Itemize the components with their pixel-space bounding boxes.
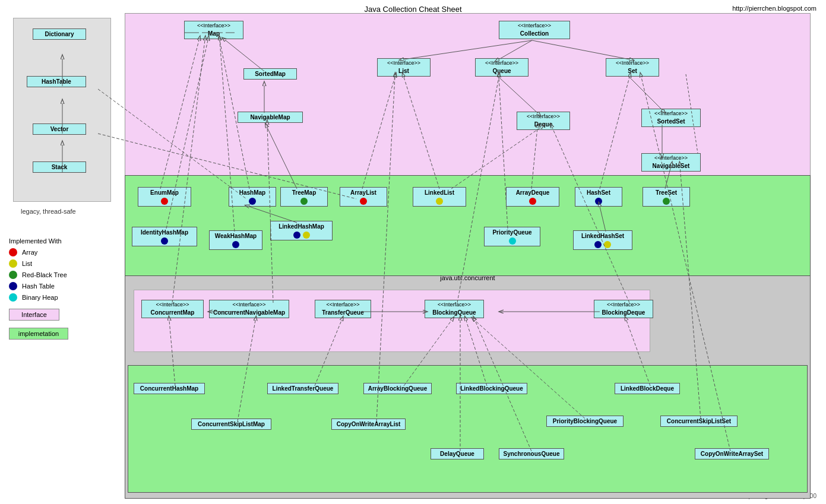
box-HashMap: HashMap (229, 187, 276, 207)
legend-interface-box: Interface (9, 309, 59, 321)
box-ConcurrentNavigableMap: <<Interface>> ConcurrentNavigableMap (209, 300, 289, 318)
box-SortedMap: SortedMap (243, 68, 297, 80)
box-TransferQueue: <<Interface>> TransferQueue (315, 300, 371, 318)
box-SortedSet: <<Interface>> SortedSet (641, 109, 701, 127)
page-url: http://pierrchen.blogspot.com (732, 5, 816, 12)
legacy-area (13, 18, 111, 202)
box-ConcurrentMap: <<Interface>> ConcurrentMap (141, 300, 204, 318)
box-HashSet: HashSet (575, 187, 622, 207)
legend-area: Implemented With Array List Red-Black Tr… (9, 237, 122, 343)
box-LinkedHashSet: LinkedHashSet (573, 230, 632, 250)
box-ArrayList: ArrayList (340, 187, 387, 207)
impl-area-top (125, 175, 811, 276)
legend-title: Implemented With (9, 237, 122, 245)
box-LinkedHashMap: LinkedHashMap (270, 221, 333, 240)
box-Collection: <<Interface>> Collection (499, 21, 570, 39)
box-LinkedBlockingQueue: LinkedBlockingQueue (456, 383, 527, 394)
box-Stack: Stack (33, 161, 86, 173)
box-LinkedBlockDeque: LinkedBlockDeque (615, 383, 680, 394)
legend-list: List (9, 259, 122, 268)
legend-list-label: List (22, 260, 32, 267)
box-LinkedTransferQueue: LinkedTransferQueue (267, 383, 338, 394)
box-BlockingDeque: <<Interface>> BlockingDeque (594, 300, 653, 318)
legend-bh-label: Binary Heap (22, 294, 58, 301)
legend-array-label: Array (22, 249, 37, 256)
box-TreeMap: TreeMap (280, 187, 328, 207)
box-ConcurrentHashMap: ConcurrentHashMap (134, 383, 205, 394)
legend-rbt-label: Red-Black Tree (22, 271, 67, 278)
box-Deque: <<Interface>> Deque (517, 112, 570, 130)
box-WeakHashMap: WeakHashMap (209, 230, 262, 250)
box-DelayQueue: DelayQueue (431, 448, 484, 459)
box-HashTable: HashTable (27, 76, 86, 87)
box-EnumMap: EnumMap (138, 187, 191, 207)
box-Map: <<Interface>> Map (184, 21, 243, 39)
box-Queue: <<Interface>> Queue (475, 58, 528, 77)
box-ConcurrentSkipListSet: ConcurrentSkipListSet (660, 416, 738, 427)
box-ConcurrentSkipListMap: ConcurrentSkipListMap (191, 419, 271, 430)
box-ArrayDeque: ArrayDeque (506, 187, 559, 207)
legend-ht: Hash Table (9, 282, 122, 290)
box-PriorityQueue: PriorityQueue (484, 227, 540, 246)
box-List: <<Interface>> List (377, 58, 431, 77)
box-IdentityHashMap: IdentityHashMap (132, 227, 197, 246)
box-LinkedList: LinkedList (413, 187, 466, 207)
box-Vector: Vector (33, 123, 86, 135)
legacy-label: legacy, thread-safe (21, 208, 76, 215)
legend-array: Array (9, 248, 122, 256)
box-Set: <<Interface>> Set (606, 58, 659, 77)
legend-impl-box: implemetation (9, 328, 68, 340)
legend-rbt: Red-Black Tree (9, 271, 122, 279)
box-NavigableMap: NavigableMap (238, 112, 303, 123)
box-SynchronousQueue: SynchronousQueue (499, 448, 564, 459)
box-CopyOnWriteArraySet: CopyOnWriteArraySet (695, 448, 769, 459)
page-title: Java Collection Cheat Sheet (364, 5, 461, 14)
box-PriorityBlockingQueue: PriorityBlockingQueue (546, 416, 624, 427)
concurrent-interface-area (134, 290, 650, 352)
legend-ht-label: Hash Table (22, 283, 55, 290)
box-TreeSet: TreeSet (643, 187, 690, 207)
box-Dictionary: Dictionary (33, 28, 86, 40)
concurrent-label: java.util.concurrent (125, 274, 811, 281)
box-CopyOnWriteArrayList: CopyOnWriteArrayList (331, 419, 406, 430)
box-ArrayBlockingQueue: ArrayBlockingQueue (363, 383, 432, 394)
legend-bh: Binary Heap (9, 293, 122, 302)
box-BlockingQueue: <<Interface>> BlockingQueue (425, 300, 484, 318)
box-NavigableSet: <<Interface>> NavigableSet (641, 153, 701, 172)
